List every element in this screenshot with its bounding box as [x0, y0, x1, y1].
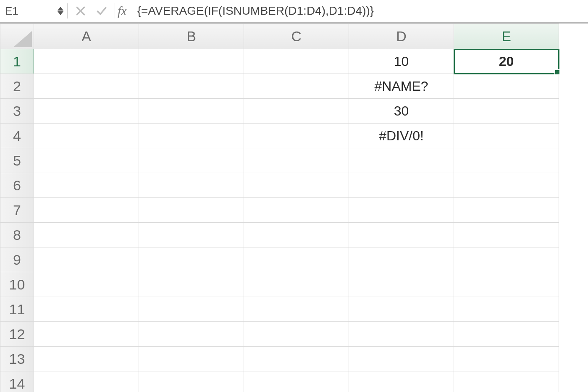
cell-C1[interactable] [244, 49, 349, 74]
cell-C6[interactable] [244, 173, 349, 198]
column-header-D[interactable]: D [349, 24, 454, 49]
cell-C12[interactable] [244, 322, 349, 347]
cell-A2[interactable] [34, 74, 139, 99]
column-header-A[interactable]: A [34, 24, 139, 49]
cell-E3[interactable] [454, 99, 559, 124]
cell-C7[interactable] [244, 198, 349, 223]
cell-C2[interactable] [244, 74, 349, 99]
row-header-14[interactable]: 14 [0, 371, 34, 392]
cell-C3[interactable] [244, 99, 349, 124]
cell-B6[interactable] [139, 173, 244, 198]
cell-C5[interactable] [244, 148, 349, 173]
formula-bar: fx [0, 0, 588, 24]
fx-label[interactable]: fx [115, 0, 133, 22]
row-header-8[interactable]: 8 [0, 223, 34, 247]
cell-E1[interactable]: 20 [454, 49, 559, 74]
cell-B13[interactable] [139, 347, 244, 371]
cell-D5[interactable] [349, 148, 454, 173]
cell-E9[interactable] [454, 247, 559, 272]
cell-C9[interactable] [244, 247, 349, 272]
cell-B7[interactable] [139, 198, 244, 223]
cell-E10[interactable] [454, 272, 559, 297]
name-box[interactable] [4, 3, 57, 19]
cell-A9[interactable] [34, 247, 139, 272]
cell-E7[interactable] [454, 198, 559, 223]
cell-C8[interactable] [244, 223, 349, 247]
cell-A3[interactable] [34, 99, 139, 124]
confirm-formula-button[interactable] [96, 5, 107, 16]
row-header-6[interactable]: 6 [0, 173, 34, 198]
cell-A14[interactable] [34, 371, 139, 392]
cell-D1[interactable]: 10 [349, 49, 454, 74]
cell-B14[interactable] [139, 371, 244, 392]
cell-A8[interactable] [34, 223, 139, 247]
row-header-12[interactable]: 12 [0, 322, 34, 347]
cell-E2[interactable] [454, 74, 559, 99]
row-header-7[interactable]: 7 [0, 198, 34, 223]
cell-C11[interactable] [244, 297, 349, 322]
cell-D12[interactable] [349, 322, 454, 347]
cell-E12[interactable] [454, 322, 559, 347]
cell-B5[interactable] [139, 148, 244, 173]
cell-E13[interactable] [454, 347, 559, 371]
cell-C13[interactable] [244, 347, 349, 371]
cell-D11[interactable] [349, 297, 454, 322]
cell-B11[interactable] [139, 297, 244, 322]
column-header-B[interactable]: B [139, 24, 244, 49]
cell-E14[interactable] [454, 371, 559, 392]
stepper-up-icon[interactable] [58, 7, 63, 11]
cell-B3[interactable] [139, 99, 244, 124]
cell-D13[interactable] [349, 347, 454, 371]
cell-A6[interactable] [34, 173, 139, 198]
formula-input[interactable] [133, 0, 588, 22]
cell-A13[interactable] [34, 347, 139, 371]
name-box-wrap [0, 0, 67, 22]
stepper-down-icon[interactable] [58, 11, 63, 15]
cell-A4[interactable] [34, 124, 139, 148]
column-header-C[interactable]: C [244, 24, 349, 49]
row-header-2[interactable]: 2 [0, 74, 34, 99]
cell-A10[interactable] [34, 272, 139, 297]
cell-D14[interactable] [349, 371, 454, 392]
cell-A11[interactable] [34, 297, 139, 322]
cell-B8[interactable] [139, 223, 244, 247]
row-header-11[interactable]: 11 [0, 297, 34, 322]
cell-B4[interactable] [139, 124, 244, 148]
cell-D7[interactable] [349, 198, 454, 223]
cell-C4[interactable] [244, 124, 349, 148]
cell-A1[interactable] [34, 49, 139, 74]
cell-D10[interactable] [349, 272, 454, 297]
cell-D8[interactable] [349, 223, 454, 247]
cell-B1[interactable] [139, 49, 244, 74]
cell-E4[interactable] [454, 124, 559, 148]
cell-D4[interactable]: #DIV/0! [349, 124, 454, 148]
cell-A12[interactable] [34, 322, 139, 347]
cell-E5[interactable] [454, 148, 559, 173]
cell-E8[interactable] [454, 223, 559, 247]
row-header-9[interactable]: 9 [0, 247, 34, 272]
cell-D6[interactable] [349, 173, 454, 198]
cell-A5[interactable] [34, 148, 139, 173]
row-header-1[interactable]: 1 [0, 49, 34, 74]
cell-A7[interactable] [34, 198, 139, 223]
cell-D9[interactable] [349, 247, 454, 272]
row-header-4[interactable]: 4 [0, 124, 34, 148]
row-header-3[interactable]: 3 [0, 99, 34, 124]
cell-C14[interactable] [244, 371, 349, 392]
select-all-corner[interactable] [0, 24, 34, 49]
grid-table: ABCDE110202#NAME?3304#DIV/0!567891011121… [0, 24, 559, 392]
column-header-E[interactable]: E [454, 24, 559, 49]
row-header-5[interactable]: 5 [0, 148, 34, 173]
cell-C10[interactable] [244, 272, 349, 297]
cell-E6[interactable] [454, 173, 559, 198]
cell-D2[interactable]: #NAME? [349, 74, 454, 99]
cell-B2[interactable] [139, 74, 244, 99]
cell-B12[interactable] [139, 322, 244, 347]
cancel-formula-button[interactable] [75, 5, 86, 16]
cell-E11[interactable] [454, 297, 559, 322]
row-header-10[interactable]: 10 [0, 272, 34, 297]
cell-B9[interactable] [139, 247, 244, 272]
row-header-13[interactable]: 13 [0, 347, 34, 371]
cell-B10[interactable] [139, 272, 244, 297]
cell-D3[interactable]: 30 [349, 99, 454, 124]
